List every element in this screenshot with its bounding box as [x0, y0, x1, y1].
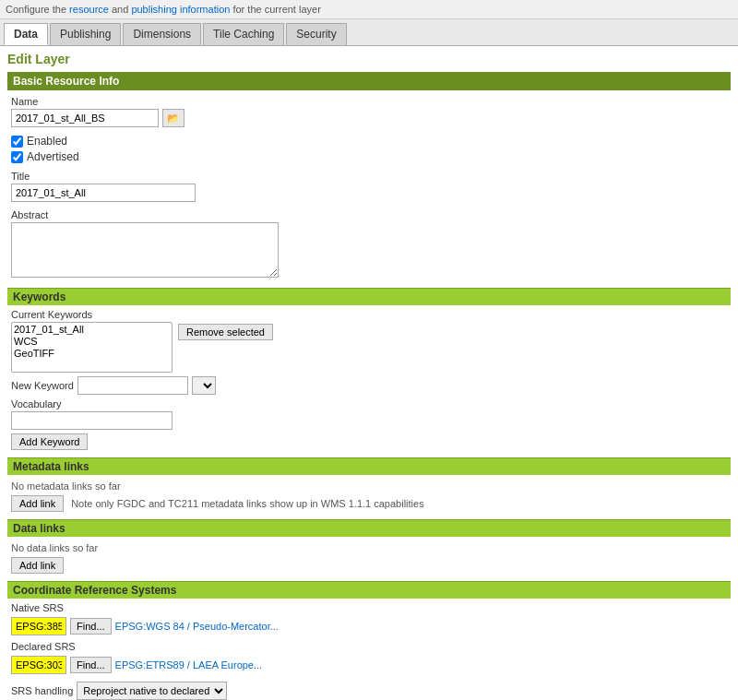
main-content: Edit Layer Basic Resource Info Name 📂 En… [0, 46, 738, 700]
metadata-links-header: Metadata links [7, 457, 731, 475]
tab-dimensions[interactable]: Dimensions [123, 23, 201, 45]
section-data-links: Data links No data links so far Add link [7, 519, 731, 575]
remove-selected-btn[interactable]: Remove selected [178, 324, 273, 340]
declared-srs-input[interactable] [11, 656, 66, 674]
keywords-list[interactable]: 2017_01_st_All WCS GeoTIFF [11, 322, 173, 373]
srs-handling-select[interactable]: Reproject native to declared Keep native… [77, 682, 227, 700]
name-input[interactable] [11, 109, 159, 127]
name-field-group: Name 📂 [7, 96, 731, 127]
title-label: Title [11, 171, 727, 182]
name-browse-btn[interactable]: 📂 [162, 109, 184, 127]
tab-tile-caching[interactable]: Tile Caching [203, 23, 284, 45]
abstract-label: Abstract [11, 209, 727, 220]
resource-link[interactable]: resource [69, 4, 109, 15]
abstract-textarea[interactable] [11, 222, 279, 278]
keywords-row: 2017_01_st_All WCS GeoTIFF Remove select… [7, 322, 731, 373]
native-srs-link[interactable]: EPSG:WGS 84 / Pseudo-Mercator... [115, 621, 279, 632]
tabs-container: Data Publishing Dimensions Tile Caching … [0, 19, 738, 46]
page-title: Edit Layer [7, 52, 731, 66]
vocabulary-dropdown[interactable] [192, 376, 216, 395]
add-metadata-row: Add link Note only FGDC and TC211 metada… [7, 493, 731, 514]
name-label: Name [11, 96, 727, 107]
declared-srs-row: Find... EPSG:ETRS89 / LAEA Europe... [7, 654, 731, 676]
enabled-checkbox[interactable] [11, 136, 23, 148]
keyword-item[interactable]: 2017_01_st_All [14, 324, 170, 336]
declared-srs-find-btn[interactable]: Find... [70, 657, 112, 673]
native-srs-row: Find... EPSG:WGS 84 / Pseudo-Mercator... [7, 615, 731, 637]
vocabulary-row: Vocabulary [7, 398, 731, 430]
native-srs-find-btn[interactable]: Find... [70, 618, 112, 635]
declared-srs-link[interactable]: EPSG:ETRS89 / LAEA Europe... [115, 659, 263, 670]
tab-data[interactable]: Data [4, 23, 48, 45]
new-keyword-label: New Keyword [11, 380, 74, 391]
keyword-item[interactable]: WCS [14, 336, 170, 348]
title-field-group: Title [7, 171, 731, 202]
section-basic-resource: Basic Resource Info Name 📂 Enabled Adver… [7, 72, 731, 280]
enabled-row: Enabled Advertised [7, 135, 731, 163]
crs-header: Coordinate Reference Systems [7, 581, 731, 599]
section-keywords: Keywords Current Keywords 2017_01_st_All… [7, 288, 731, 450]
vocabulary-input[interactable] [11, 411, 173, 430]
advertised-checkbox-row: Advertised [11, 150, 727, 163]
native-srs-input[interactable] [11, 617, 66, 635]
publishing-link[interactable]: publishing information [131, 4, 230, 15]
section-crs: Coordinate Reference Systems Native SRS … [7, 581, 731, 700]
top-bar: Configure the resource and publishing in… [0, 0, 738, 19]
declared-srs-label: Declared SRS [7, 641, 731, 652]
no-data-text: No data links so far [7, 540, 731, 555]
new-keyword-row: New Keyword [7, 376, 731, 395]
tab-publishing[interactable]: Publishing [50, 23, 121, 45]
no-metadata-text: No metadata links so far [7, 479, 731, 493]
title-input[interactable] [11, 184, 196, 202]
add-keyword-btn[interactable]: Add Keyword [11, 433, 88, 450]
vocabulary-label: Vocabulary [11, 398, 727, 409]
abstract-field-group: Abstract [7, 209, 731, 280]
advertised-checkbox[interactable] [11, 151, 23, 163]
add-metadata-btn[interactable]: Add link [11, 495, 64, 512]
keywords-header: Keywords [7, 288, 731, 305]
name-input-row: 📂 [11, 109, 727, 127]
enabled-checkbox-row: Enabled [11, 135, 727, 148]
srs-handling-label: SRS handling [11, 685, 73, 696]
tab-security[interactable]: Security [286, 23, 346, 45]
advertised-label: Advertised [27, 150, 79, 163]
keyword-item[interactable]: GeoTIFF [14, 348, 170, 360]
srs-handling-row: SRS handling Reproject native to declare… [7, 680, 731, 700]
add-data-row: Add link [7, 555, 731, 575]
current-keywords-label: Current Keywords [7, 309, 731, 320]
metadata-note: Note only FGDC and TC211 metadata links … [71, 498, 424, 509]
native-srs-label: Native SRS [7, 602, 731, 613]
new-keyword-input[interactable] [77, 376, 188, 395]
data-links-header: Data links [7, 519, 731, 537]
topbar-text: Configure the resource and publishing in… [6, 4, 321, 15]
add-data-btn[interactable]: Add link [11, 557, 64, 574]
enabled-label: Enabled [27, 135, 67, 148]
section-metadata-links: Metadata links No metadata links so far … [7, 457, 731, 514]
basic-resource-header: Basic Resource Info [7, 72, 731, 90]
